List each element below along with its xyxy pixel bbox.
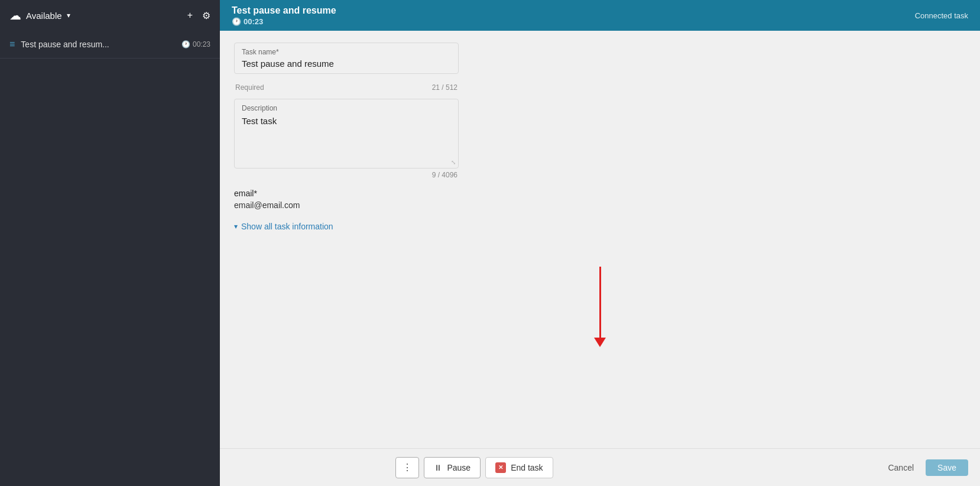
content-area: Task name* Test pause and resume Require… (220, 31, 980, 486)
bottom-actions: ⋮ ⏸ Pause ✕ End task (395, 457, 553, 478)
sidebar-task-timer: 🕐 00:23 (181, 40, 210, 48)
cancel-button[interactable]: Cancel (881, 459, 921, 476)
email-value: email@email.com (234, 200, 459, 210)
pause-icon: ⏸ (434, 463, 442, 472)
task-name-count: 21 / 512 (432, 83, 457, 92)
description-label: Description (242, 104, 451, 112)
red-arrow (594, 267, 606, 347)
end-task-icon: ✕ (495, 462, 506, 473)
more-options-icon: ⋮ (403, 462, 412, 473)
task-list-icon: ≡ (9, 39, 15, 50)
task-timer: 🕐 00:23 (232, 17, 336, 26)
sidebar-header: ☁ Available ▾ + ⚙ (0, 0, 220, 31)
resize-handle-icon: ⤡ (451, 159, 456, 166)
dropdown-arrow-icon[interactable]: ▾ (67, 11, 70, 20)
sidebar-timer-value: 00:23 (193, 40, 210, 48)
task-header: Test pause and resume 🕐 00:23 Connected … (220, 0, 980, 31)
description-footer: 9 / 4096 (234, 171, 459, 179)
description-value: Test task (242, 116, 451, 163)
red-arrow-head (594, 338, 606, 347)
end-task-label: End task (511, 463, 543, 472)
description-field[interactable]: Description Test task ⤡ (234, 99, 459, 169)
email-label: email* (234, 189, 459, 198)
show-all-link[interactable]: ▾ Show all task information (234, 222, 966, 231)
right-buttons: Cancel Save (881, 459, 968, 476)
save-button[interactable]: Save (926, 459, 968, 476)
task-title: Test pause and resume (232, 5, 336, 16)
end-task-button[interactable]: ✕ End task (485, 457, 553, 478)
task-title-block: Test pause and resume 🕐 00:23 (232, 5, 336, 26)
red-arrow-line (599, 267, 601, 338)
add-icon[interactable]: + (187, 10, 193, 21)
description-count: 9 / 4096 (432, 171, 457, 179)
connected-task-label: Connected task (915, 11, 968, 20)
timer-value: 00:23 (244, 17, 263, 26)
email-section: email* email@email.com (234, 189, 459, 210)
timer-clock-icon: 🕐 (232, 17, 241, 26)
task-name-field[interactable]: Task name* Test pause and resume (234, 43, 459, 74)
task-name-label: Task name* (242, 48, 451, 56)
sidebar-task-name: Test pause and resum... (21, 40, 157, 49)
sidebar-timer-icon: 🕐 (181, 40, 190, 48)
more-options-button[interactable]: ⋮ (395, 457, 419, 478)
sidebar-item[interactable]: ≡ Test pause and resum... 🕐 00:23 (0, 31, 220, 59)
task-name-footer: Required 21 / 512 (234, 83, 459, 92)
cloud-icon: ☁ (9, 8, 21, 22)
pause-label: Pause (447, 463, 470, 472)
task-name-value: Test pause and resume (242, 59, 451, 69)
chevron-down-icon: ▾ (234, 222, 238, 231)
settings-icon[interactable]: ⚙ (202, 10, 210, 21)
content-scroll: Task name* Test pause and resume Require… (220, 31, 980, 448)
show-all-label: Show all task information (241, 222, 333, 231)
status-label: Available (26, 11, 62, 21)
pause-button[interactable]: ⏸ Pause (424, 457, 481, 478)
sidebar: ≡ Test pause and resum... 🕐 00:23 (0, 31, 220, 486)
task-name-required: Required (235, 83, 264, 92)
bottom-bar: ⋮ ⏸ Pause ✕ End task Cancel Save (220, 448, 980, 486)
arrow-annotation (234, 255, 966, 359)
